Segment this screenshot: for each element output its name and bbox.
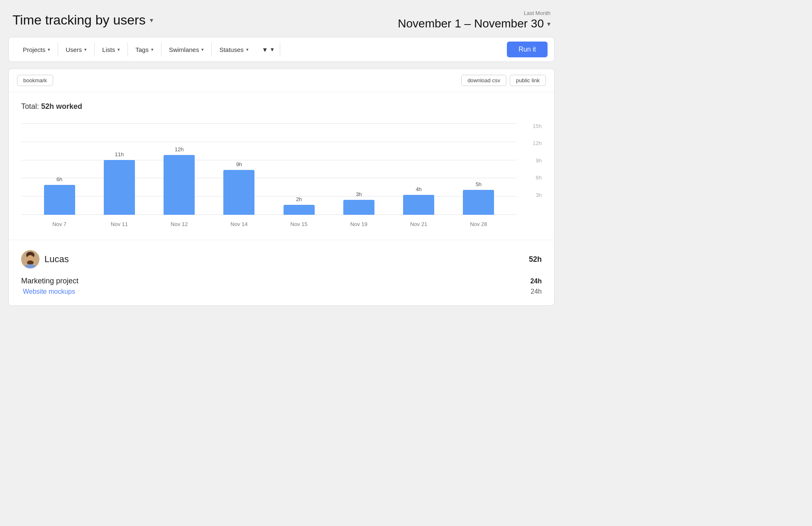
task-name[interactable]: Website mockups — [23, 288, 75, 295]
x-label: Nov 12 — [149, 221, 209, 227]
bar-group: 5h — [449, 181, 509, 215]
swimlanes-filter[interactable]: Swimlanes ▾ — [161, 43, 212, 57]
y-label-15: 15h — [533, 123, 542, 129]
tags-filter[interactable]: Tags ▾ — [128, 43, 161, 57]
project-name: Marketing project — [21, 277, 78, 285]
bar-value-label: 4h — [416, 186, 421, 192]
bar-value-label: 6h — [56, 176, 62, 182]
period-dropdown-arrow[interactable]: ▾ — [547, 20, 550, 28]
filter-icon: ▼ — [262, 46, 268, 53]
user-name: Lucas — [44, 254, 69, 265]
svg-point-3 — [27, 261, 34, 265]
bar-value-label: 5h — [476, 181, 482, 187]
bar-group: 9h — [209, 161, 269, 215]
download-csv-button[interactable]: download csv — [461, 75, 506, 86]
swimlanes-arrow: ▾ — [201, 47, 204, 52]
advanced-filter[interactable]: ▼ ▾ — [256, 42, 280, 57]
bar — [44, 185, 75, 215]
task-hours: 24h — [531, 288, 542, 295]
action-bar-right: download csv public link — [461, 75, 546, 86]
lists-arrow: ▾ — [117, 47, 120, 52]
statuses-filter[interactable]: Statuses ▾ — [212, 43, 256, 57]
lists-filter[interactable]: Lists ▾ — [95, 43, 128, 57]
action-bar-left: bookmark — [17, 75, 53, 86]
main-content-card: bookmark download csv public link Total:… — [8, 69, 555, 306]
bookmark-button[interactable]: bookmark — [17, 75, 53, 86]
title-dropdown-arrow[interactable]: ▾ — [150, 16, 153, 24]
x-label: Nov 14 — [209, 221, 269, 227]
bar-group: 6h — [29, 176, 89, 215]
project-row: Marketing project 24h — [21, 277, 542, 285]
y-label-3: 3h — [536, 192, 542, 198]
x-label: Nov 7 — [29, 221, 89, 227]
user-row: Lucas 52h — [21, 250, 542, 268]
action-bar: bookmark download csv public link — [9, 69, 554, 92]
y-label-12: 12h — [533, 140, 542, 146]
bar — [463, 190, 494, 215]
period-text: November 1 – November 30 — [398, 17, 544, 30]
chart-section: Total: 52h worked 15h 12h 9h 6h 3h 0h — [9, 92, 554, 240]
total-prefix: Total: — [21, 102, 39, 111]
bar-value-label: 12h — [175, 146, 184, 152]
bar-group: 3h — [329, 191, 389, 215]
tags-arrow: ▾ — [151, 47, 154, 52]
total-label: Total: 52h worked — [21, 102, 542, 111]
projects-label: Projects — [23, 46, 45, 53]
period-value[interactable]: November 1 – November 30 ▾ — [398, 17, 550, 30]
period-selector[interactable]: Last Month November 1 – November 30 ▾ — [398, 10, 550, 30]
bar-group: 2h — [269, 196, 329, 215]
bar — [104, 160, 135, 215]
y-label-9: 9h — [536, 158, 542, 163]
projects-filter[interactable]: Projects ▾ — [15, 43, 58, 57]
x-label: Nov 19 — [329, 221, 389, 227]
x-labels: Nov 7Nov 11Nov 12Nov 14Nov 15Nov 19Nov 2… — [21, 216, 517, 231]
filter-toolbar: Projects ▾ Users ▾ Lists ▾ Tags ▾ Swimla… — [8, 37, 555, 62]
bar — [284, 205, 315, 215]
swimlanes-label: Swimlanes — [169, 46, 199, 53]
users-label: Users — [66, 46, 82, 53]
x-label: Nov 15 — [269, 221, 329, 227]
bars-area: 6h11h12h9h2h3h4h5h — [21, 123, 517, 215]
bar-group: 12h — [149, 146, 209, 215]
user-info: Lucas — [21, 250, 69, 268]
page-title[interactable]: Time tracking by users ▾ — [12, 12, 153, 28]
user-section: Lucas 52h Marketing project 24h Website … — [9, 240, 554, 305]
x-label: Nov 21 — [389, 221, 449, 227]
bar-value-label: 11h — [115, 151, 124, 157]
user-total-hours: 52h — [529, 255, 542, 264]
bar — [164, 155, 195, 215]
period-label: Last Month — [398, 10, 550, 16]
page-header: Time tracking by users ▾ Last Month Nove… — [0, 0, 563, 37]
bar-group: 4h — [389, 186, 449, 215]
tags-label: Tags — [135, 46, 149, 53]
bar-value-label: 9h — [236, 161, 242, 167]
y-label-6: 6h — [536, 175, 542, 180]
avatar — [21, 250, 39, 268]
y-axis: 15h 12h 9h 6h 3h 0h — [519, 123, 542, 215]
projects-arrow: ▾ — [48, 47, 50, 52]
users-filter[interactable]: Users ▾ — [58, 43, 95, 57]
filter-arrow: ▾ — [271, 46, 274, 53]
title-text: Time tracking by users — [12, 12, 146, 28]
bar-chart: 15h 12h 9h 6h 3h 0h 6h11h12h9h2h3h4h5h N… — [21, 123, 542, 231]
x-label: Nov 11 — [89, 221, 149, 227]
statuses-arrow: ▾ — [246, 47, 249, 52]
bar — [343, 200, 374, 215]
run-button[interactable]: Run it — [507, 42, 548, 57]
bar-value-label: 2h — [296, 196, 302, 202]
x-label: Nov 28 — [449, 221, 509, 227]
bar-group: 11h — [89, 151, 149, 215]
project-hours: 24h — [530, 278, 542, 285]
bar-value-label: 3h — [356, 191, 362, 197]
lists-label: Lists — [102, 46, 115, 53]
public-link-button[interactable]: public link — [510, 75, 546, 86]
total-value: 52h worked — [41, 102, 82, 111]
bar — [223, 170, 254, 215]
bar — [403, 195, 434, 215]
task-row: Website mockups 24h — [21, 288, 542, 295]
statuses-label: Statuses — [219, 46, 243, 53]
users-arrow: ▾ — [84, 47, 87, 52]
